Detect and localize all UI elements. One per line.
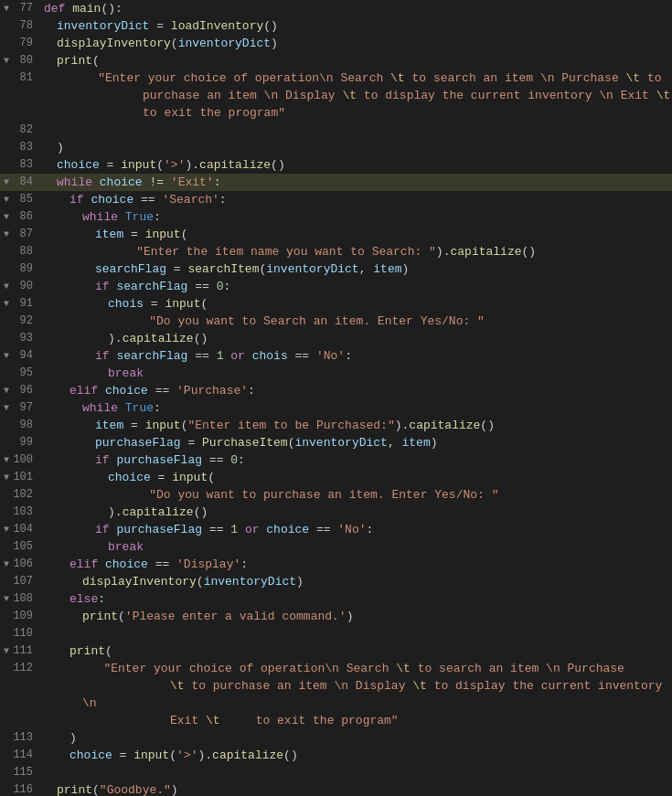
fold-icon[interactable]: ▼	[0, 590, 13, 608]
line-content: break	[44, 538, 672, 556]
line-content: while True:	[44, 399, 672, 417]
code-line-92: 92 "Do you want to Search an item. Enter…	[0, 313, 672, 330]
line-number: 102	[13, 486, 38, 504]
fold-icon[interactable]: ▼	[0, 295, 13, 313]
line-number: 101	[13, 469, 38, 486]
line-number: 86	[13, 208, 38, 226]
fold-icon	[0, 625, 13, 642]
fold-icon[interactable]: ▼	[0, 52, 13, 69]
line-number: 99	[13, 434, 38, 451]
line-number: 108	[13, 590, 38, 608]
line-content: choice = input(	[44, 469, 672, 486]
code-line-88: 88 "Enter the item name you want to Sear…	[0, 243, 672, 260]
line-content: displayInventory(inventoryDict)	[44, 573, 672, 590]
code-line-105: 105break	[0, 538, 672, 556]
fold-icon[interactable]: ▼	[0, 174, 13, 191]
line-content: )	[44, 139, 672, 156]
line-number: 100	[13, 451, 38, 469]
code-line-113: 113)	[0, 729, 672, 747]
code-line-87: ▼87item = input(	[0, 226, 672, 243]
fold-icon[interactable]: ▼	[0, 451, 13, 469]
line-content: print('Please enter a valid command.')	[44, 608, 672, 625]
code-line-90: ▼90if searchFlag == 0:	[0, 278, 672, 295]
fold-icon[interactable]: ▼	[0, 556, 13, 573]
fold-icon	[0, 122, 13, 139]
line-number: 98	[13, 417, 38, 434]
line-content: item = input("Enter item to be Purchased…	[44, 417, 672, 434]
line-number: 83	[13, 156, 38, 174]
line-content: if purchaseFlag == 0:	[44, 451, 672, 469]
code-line-111: ▼111print(	[0, 642, 672, 660]
line-content: print(	[44, 642, 672, 660]
fold-icon	[0, 35, 13, 52]
line-number: 105	[13, 538, 38, 556]
code-line-107: 107displayInventory(inventoryDict)	[0, 573, 672, 590]
fold-icon[interactable]: ▼	[0, 521, 13, 538]
fold-icon	[0, 608, 13, 625]
code-line-83: 83choice = input('>').capitalize()	[0, 156, 672, 174]
line-content: displayInventory(inventoryDict)	[44, 35, 672, 52]
line-number: 79	[13, 35, 38, 52]
line-number: 97	[13, 399, 38, 417]
code-line-114: 114choice = input('>').capitalize()	[0, 747, 672, 764]
code-line-83: 83)	[0, 139, 672, 156]
line-content: choice = input('>').capitalize()	[44, 747, 672, 764]
line-content: "Do you want to Search an item. Enter Ye…	[44, 313, 672, 330]
code-line-85: ▼85if choice == 'Search':	[0, 191, 672, 208]
line-number: 96	[13, 382, 38, 399]
fold-icon	[0, 573, 13, 590]
fold-icon	[0, 260, 13, 278]
line-number: 84	[13, 174, 38, 191]
line-content: if purchaseFlag == 1 or choice == 'No':	[44, 521, 672, 538]
line-content: print("Goodbye.")	[44, 781, 672, 796]
line-content: print(	[44, 52, 672, 69]
fold-icon	[0, 729, 13, 747]
line-number: 111	[13, 642, 38, 660]
code-line-100: ▼100if purchaseFlag == 0:	[0, 451, 672, 469]
line-number: 90	[13, 278, 38, 295]
line-number: 106	[13, 556, 38, 573]
line-content: ).capitalize()	[44, 504, 672, 521]
line-number: 83	[13, 139, 38, 156]
line-number: 82	[13, 122, 38, 139]
line-number: 114	[13, 747, 38, 764]
code-line-89: 89searchFlag = searchItem(inventoryDict,…	[0, 260, 672, 278]
code-line-82: 82	[0, 122, 672, 139]
line-content: ).capitalize()	[44, 330, 672, 347]
line-content: while choice != 'Exit':	[44, 174, 672, 191]
fold-icon[interactable]: ▼	[0, 382, 13, 399]
code-line-102: 102 "Do you want to purchase an item. En…	[0, 486, 672, 504]
fold-icon	[0, 139, 13, 156]
line-content: break	[44, 365, 672, 382]
code-line-98: 98item = input("Enter item to be Purchas…	[0, 417, 672, 434]
line-number: 89	[13, 260, 38, 278]
line-content: elif choice == 'Display':	[44, 556, 672, 573]
fold-icon[interactable]: ▼	[0, 399, 13, 417]
fold-icon[interactable]: ▼	[0, 278, 13, 295]
line-number: 92	[13, 313, 38, 330]
code-line-81: 81 "Enter your choice of operation\n Sea…	[0, 69, 672, 122]
fold-icon	[0, 17, 13, 35]
fold-icon[interactable]: ▼	[0, 642, 13, 660]
line-number: 107	[13, 573, 38, 590]
fold-icon[interactable]: ▼	[0, 226, 13, 243]
fold-icon[interactable]: ▼	[0, 347, 13, 365]
fold-icon[interactable]: ▼	[0, 191, 13, 208]
line-number: 93	[13, 330, 38, 347]
line-content: "Do you want to purchase an item. Enter …	[44, 486, 672, 504]
fold-icon[interactable]: ▼	[0, 208, 13, 226]
code-line-115: 115	[0, 764, 672, 781]
line-content: "Enter the item name you want to Search:…	[44, 243, 672, 260]
code-line-80: ▼80print(	[0, 52, 672, 69]
line-number: 109	[13, 608, 38, 625]
code-line-94: ▼94if searchFlag == 1 or chois == 'No':	[0, 347, 672, 365]
fold-icon	[0, 486, 13, 504]
fold-icon[interactable]: ▼	[0, 469, 13, 486]
line-number: 103	[13, 504, 38, 521]
code-line-109: 109print('Please enter a valid command.'…	[0, 608, 672, 625]
fold-icon	[0, 243, 13, 260]
line-number: 80	[13, 52, 38, 69]
line-number: 115	[13, 764, 38, 781]
line-content: item = input(	[44, 226, 672, 243]
fold-icon[interactable]: ▼	[0, 0, 13, 17]
